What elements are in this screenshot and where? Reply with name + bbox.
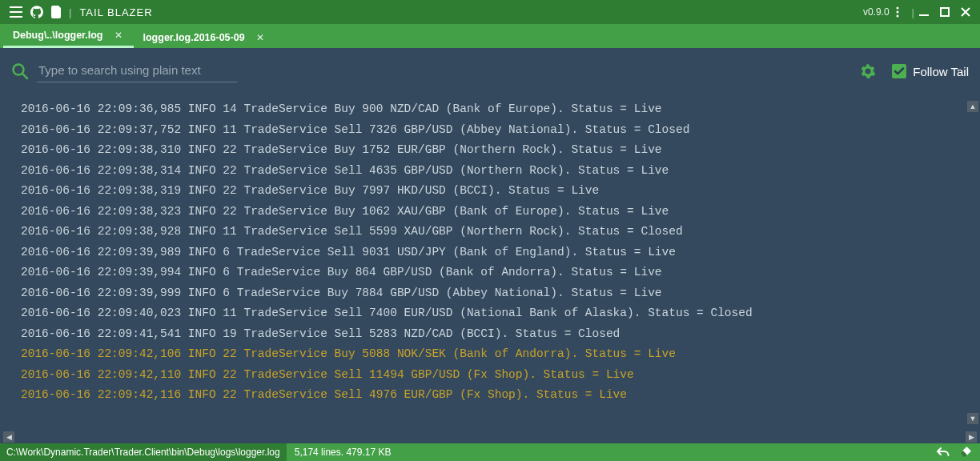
maximize-icon[interactable] <box>940 7 950 17</box>
svg-point-0 <box>896 7 898 10</box>
undo-icon[interactable] <box>937 447 950 458</box>
log-line[interactable]: 2016-06-16 22:09:42,116 INFO 22 TradeSer… <box>21 385 961 406</box>
scroll-down-icon[interactable]: ▼ <box>967 413 978 424</box>
statusbar: C:\Work\Dynamic.Trader\Trader.Client\bin… <box>0 443 980 461</box>
checkbox-icon <box>892 64 906 78</box>
tab-label: logger.log.2016-05-09 <box>143 32 245 43</box>
log-line[interactable]: 2016-06-16 22:09:39,994 INFO 6 TradeServ… <box>21 263 961 283</box>
log-line[interactable]: 2016-06-16 22:09:40,023 INFO 11 TradeSer… <box>21 303 961 324</box>
scroll-up-icon[interactable]: ▲ <box>967 101 978 112</box>
scroll-left-icon[interactable]: ◀ <box>3 431 14 443</box>
log-line[interactable]: 2016-06-16 22:09:41,541 INFO 19 TradeSer… <box>21 324 961 345</box>
log-lines[interactable]: 2016-06-16 22:09:36,985 INFO 14 TradeSer… <box>0 94 980 409</box>
log-line[interactable]: 2016-06-16 22:09:39,999 INFO 6 TradeServ… <box>21 283 961 304</box>
titlebar-left-icons <box>5 6 67 18</box>
app-title: TAIL BLAZER <box>79 6 152 18</box>
follow-tail-toggle[interactable]: Follow Tail <box>892 64 969 78</box>
file-icon[interactable] <box>51 6 62 18</box>
gear-icon[interactable] <box>860 63 876 79</box>
log-line[interactable]: 2016-06-16 22:09:38,928 INFO 11 TradeSer… <box>21 222 961 243</box>
minimize-icon[interactable] <box>919 7 929 17</box>
svg-rect-4 <box>941 8 949 16</box>
github-icon[interactable] <box>30 6 43 18</box>
statusbar-right-icons <box>937 446 980 459</box>
log-line[interactable]: 2016-06-16 22:09:37,752 INFO 11 TradeSer… <box>21 120 961 141</box>
tab-close-icon[interactable]: ✕ <box>111 30 126 41</box>
svg-rect-3 <box>919 14 929 16</box>
svg-point-2 <box>896 15 898 18</box>
vertical-scrollbar[interactable]: ▲ ▼ <box>967 101 978 424</box>
svg-point-1 <box>896 11 898 14</box>
version-label: v0.9.0 <box>863 6 890 18</box>
horizontal-scrollbar[interactable]: ◀ ▶ <box>0 431 980 443</box>
follow-tail-label: Follow Tail <box>913 65 969 78</box>
close-icon[interactable] <box>961 7 970 17</box>
log-line[interactable]: 2016-06-16 22:09:38,319 INFO 22 TradeSer… <box>21 181 961 202</box>
window-controls <box>919 7 975 17</box>
tab-1[interactable]: logger.log.2016-05-09✕ <box>134 27 275 48</box>
tab-label: Debug\..\logger.log <box>13 30 103 41</box>
more-icon[interactable] <box>896 6 899 18</box>
search-input[interactable] <box>37 60 237 82</box>
log-area: 2016-06-16 22:09:36,985 INFO 14 TradeSer… <box>0 94 980 431</box>
menu-icon[interactable] <box>10 6 22 18</box>
log-line[interactable]: 2016-06-16 22:09:36,985 INFO 14 TradeSer… <box>21 99 961 120</box>
log-line[interactable]: 2016-06-16 22:09:38,310 INFO 22 TradeSer… <box>21 140 961 161</box>
log-line[interactable]: 2016-06-16 22:09:42,110 INFO 22 TradeSer… <box>21 365 961 386</box>
log-line[interactable]: 2016-06-16 22:09:38,323 INFO 22 TradeSer… <box>21 202 961 222</box>
svg-point-5 <box>14 65 24 75</box>
eraser-icon[interactable] <box>959 446 972 459</box>
log-line[interactable]: 2016-06-16 22:09:38,314 INFO 22 TradeSer… <box>21 161 961 182</box>
tab-close-icon[interactable]: ✕ <box>253 32 267 43</box>
log-line[interactable]: 2016-06-16 22:09:42,106 INFO 22 TradeSer… <box>21 344 961 365</box>
titlebar-divider: | <box>69 6 71 18</box>
titlebar: | TAIL BLAZER v0.9.0 | <box>0 0 980 24</box>
search-icon[interactable] <box>11 62 29 80</box>
titlebar-divider-right: | <box>912 6 914 18</box>
svg-line-6 <box>23 74 28 79</box>
status-path: C:\Work\Dynamic.Trader\Trader.Client\bin… <box>0 443 287 461</box>
search-wrap <box>11 60 237 82</box>
tab-0[interactable]: Debug\..\logger.log✕ <box>3 25 134 48</box>
scroll-right-icon[interactable]: ▶ <box>966 431 977 443</box>
tabbar: Debug\..\logger.log✕logger.log.2016-05-0… <box>0 24 980 48</box>
log-line[interactable]: 2016-06-16 22:09:39,989 INFO 6 TradeServ… <box>21 243 961 263</box>
toolbar: Follow Tail <box>0 48 980 94</box>
status-stats: 5,174 lines. 479.17 KB <box>287 447 400 458</box>
